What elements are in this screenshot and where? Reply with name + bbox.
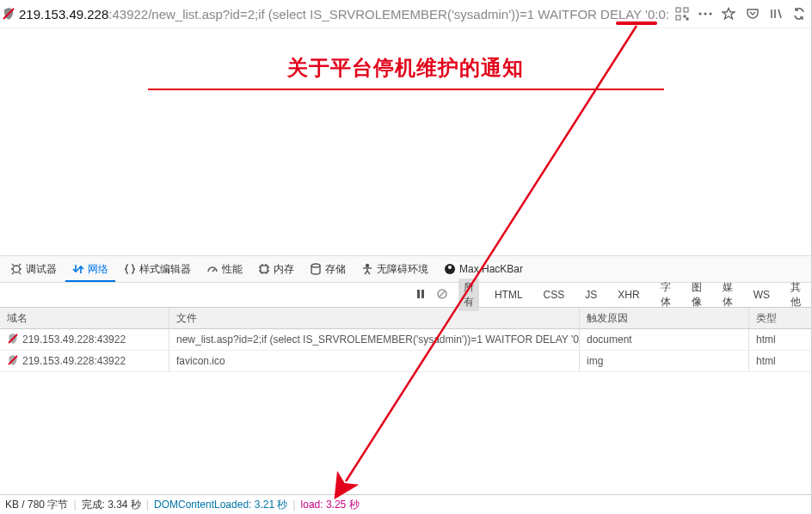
svg-line-22 (212, 269, 215, 272)
svg-point-32 (311, 264, 320, 267)
tab-style-editor[interactable]: 样式编辑器 (117, 256, 198, 282)
svg-point-6 (698, 12, 701, 15)
library-icon[interactable] (766, 3, 785, 24)
status-done: 完成: 3.34 秒 (82, 498, 141, 512)
svg-line-17 (19, 264, 21, 266)
svg-rect-2 (684, 8, 688, 12)
url-input[interactable]: 219.153.49.228:43922/new_list.asp?id=2;i… (19, 7, 668, 21)
svg-point-39 (448, 266, 452, 269)
pause-icon[interactable] (415, 289, 426, 302)
status-load: load: 3.25 秒 (301, 498, 360, 512)
svg-rect-5 (686, 18, 688, 20)
svg-rect-23 (261, 266, 268, 272)
filter-all[interactable]: 所有 (458, 278, 479, 311)
filter-js[interactable]: JS (580, 287, 602, 303)
col-cause[interactable]: 触发原因 (580, 308, 749, 328)
filter-img[interactable]: 图像 (686, 278, 707, 311)
url-host: 219.153.49.228 (19, 7, 108, 21)
tab-network[interactable]: 网络 (65, 256, 115, 282)
network-table: 域名 文件 触发原因 类型 传输 219.153.49.228:43922 ne… (0, 307, 811, 372)
svg-rect-41 (421, 290, 424, 298)
svg-rect-4 (684, 15, 686, 17)
svg-line-16 (12, 264, 14, 266)
pocket-icon[interactable] (742, 3, 762, 24)
col-type[interactable]: 类型 (749, 308, 812, 328)
page-actions-icon[interactable] (695, 3, 715, 24)
svg-line-19 (19, 272, 21, 274)
status-dcl: DOMContentLoaded: 3.21 秒 (154, 498, 287, 512)
title-underline (148, 89, 664, 90)
svg-line-18 (12, 272, 14, 274)
col-file[interactable]: 文件 (169, 308, 580, 328)
svg-line-12 (778, 9, 781, 18)
svg-point-8 (709, 12, 711, 15)
svg-rect-3 (676, 15, 680, 20)
filter-other[interactable]: 其他 (785, 278, 806, 311)
table-row[interactable]: 219.153.49.228:43922 new_list.asp?id=2;i… (0, 329, 811, 351)
tab-debugger[interactable]: 调试器 (3, 256, 64, 282)
page-content: 关于平台停机维护的通知 (0, 28, 811, 255)
star-icon[interactable] (719, 3, 739, 24)
filter-ws[interactable]: WS (748, 287, 775, 303)
svg-marker-9 (723, 9, 735, 20)
annotation-underline (616, 21, 657, 25)
svg-line-43 (439, 291, 446, 297)
sync-icon[interactable] (790, 3, 809, 24)
network-controls: 所有 HTML CSS JS XHR 字体 图像 媒体 WS 其他 (0, 283, 811, 307)
url-path: :43922/new_list.asp?id=2;if (select IS_S… (108, 7, 668, 21)
table-row[interactable]: 219.153.49.228:43922 favicon.ico img htm… (0, 351, 811, 372)
tab-max-hackbar[interactable]: Max HacKBar (437, 256, 530, 282)
svg-point-7 (704, 12, 706, 15)
connection-insecure-icon[interactable] (2, 7, 15, 21)
tab-storage[interactable]: 存储 (303, 256, 353, 282)
filter-font[interactable]: 字体 (655, 278, 676, 311)
tab-accessibility[interactable]: 无障碍环境 (354, 256, 435, 282)
insecure-icon (7, 333, 19, 347)
svg-point-33 (366, 265, 369, 267)
status-size: KB / 780 字节 (5, 498, 68, 512)
svg-line-37 (367, 271, 370, 274)
clear-icon[interactable] (436, 288, 448, 303)
address-bar: 219.153.49.228:43922/new_list.asp?id=2;i… (0, 0, 811, 28)
filter-xhr[interactable]: XHR (612, 287, 644, 303)
qr-icon[interactable] (672, 3, 692, 24)
svg-point-13 (13, 266, 20, 272)
svg-line-36 (365, 271, 367, 274)
tab-memory[interactable]: 内存 (251, 256, 301, 282)
page-title: 关于平台停机维护的通知 (0, 28, 811, 82)
filter-media[interactable]: 媒体 (717, 278, 738, 311)
table-header: 域名 文件 触发原因 类型 传输 (0, 308, 811, 329)
status-bar: KB / 780 字节 | 完成: 3.34 秒 | DOMContentLoa… (0, 494, 811, 514)
insecure-icon (7, 354, 19, 369)
filter-css[interactable]: CSS (538, 287, 570, 303)
tab-performance[interactable]: 性能 (200, 256, 249, 282)
svg-rect-1 (676, 8, 680, 12)
col-domain[interactable]: 域名 (0, 308, 169, 328)
svg-rect-40 (417, 290, 420, 298)
filter-html[interactable]: HTML (489, 287, 528, 303)
